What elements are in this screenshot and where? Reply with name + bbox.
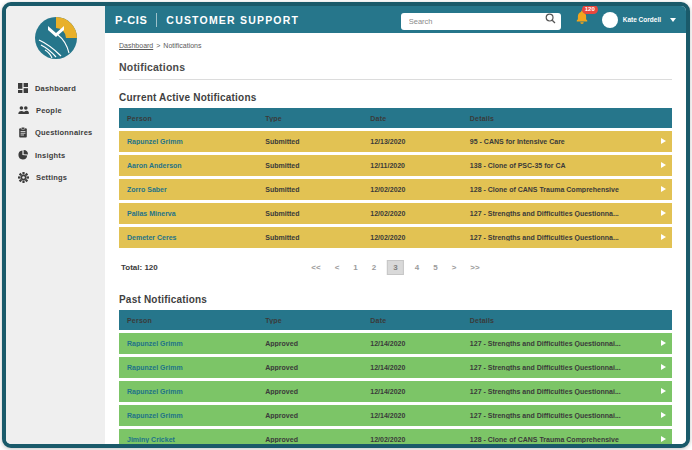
sidebar-item-label: Insights	[35, 151, 65, 160]
type-cell: Approved	[257, 364, 362, 371]
details-cell: 95 - CANS for Intensive Care	[462, 138, 672, 145]
header-divider	[156, 13, 157, 27]
table-row[interactable]: Aaron Anderson Submitted 12/11/2020 138 …	[119, 155, 672, 176]
breadcrumb: Dashboard>Notifications	[119, 42, 672, 49]
total-count: Total: 120	[119, 263, 158, 272]
row-chevron-right-icon[interactable]	[661, 138, 666, 144]
person-link[interactable]: Aaron Anderson	[127, 162, 182, 169]
table-row[interactable]: Rapunzel Grimm Approved 12/14/2020 127 -…	[119, 357, 672, 378]
table-row[interactable]: Rapunzel Grimm Approved 12/14/2020 127 -…	[119, 381, 672, 402]
main-content: Dashboard>Notifications Notifications Cu…	[105, 33, 686, 444]
date-cell: 12/14/2020	[362, 388, 462, 395]
page-number[interactable]: 1	[350, 261, 360, 274]
person-link[interactable]: Rapunzel Grimm	[127, 138, 183, 145]
table-row[interactable]: Rapunzel Grimm Approved 12/14/2020 127 -…	[119, 405, 672, 426]
date-cell: 12/11/2020	[362, 162, 462, 169]
table-row[interactable]: Zorro Saber Submitted 12/02/2020 128 - C…	[119, 179, 672, 200]
col-header-type: Type	[257, 317, 362, 324]
breadcrumb-current: Notifications	[163, 42, 201, 49]
person-link[interactable]: Zorro Saber	[127, 186, 167, 193]
user-avatar	[602, 12, 618, 28]
row-chevron-right-icon[interactable]	[661, 210, 666, 216]
app-window: Dashboard People	[0, 0, 692, 450]
person-link[interactable]: Rapunzel Grimm	[127, 388, 183, 395]
dashboard-grid-icon	[18, 83, 28, 93]
type-cell: Submitted	[257, 186, 362, 193]
current-notifications-table: Person Type Date Details Rapunzel Grimm …	[119, 108, 672, 248]
page-number[interactable]: 5	[430, 261, 440, 274]
people-icon	[18, 105, 29, 115]
date-cell: 12/14/2020	[362, 340, 462, 347]
table-row[interactable]: Demeter Ceres Submitted 12/02/2020 127 -…	[119, 227, 672, 248]
row-chevron-right-icon[interactable]	[661, 364, 666, 370]
row-chevron-right-icon[interactable]	[661, 388, 666, 394]
search-icon[interactable]	[545, 13, 556, 24]
page-last-button[interactable]: >>	[467, 261, 482, 274]
details-cell: 127 - Strengths and Difficulties Questio…	[462, 412, 672, 419]
row-chevron-right-icon[interactable]	[661, 340, 666, 346]
table-header-row: Person Type Date Details	[119, 108, 672, 128]
sidebar-nav: Dashboard People	[6, 77, 105, 189]
date-cell: 12/02/2020	[362, 210, 462, 217]
table-row[interactable]: Jiminy Cricket Approved 12/02/2020 128 -…	[119, 429, 672, 444]
sidebar-item-dashboard[interactable]: Dashboard	[6, 77, 105, 99]
current-section-title: Current Active Notifications	[119, 92, 672, 103]
person-link[interactable]: Jiminy Cricket	[127, 436, 175, 443]
row-chevron-right-icon[interactable]	[661, 234, 666, 240]
past-section-title: Past Notifications	[119, 294, 672, 305]
sidebar-item-settings[interactable]: Settings	[6, 166, 105, 189]
sidebar-item-label: People	[36, 106, 62, 115]
gear-icon	[18, 172, 29, 183]
details-cell: 127 - Strengths and Difficulties Questio…	[462, 364, 672, 371]
past-notifications-table: Person Type Date Details Rapunzel Grimm …	[119, 310, 672, 444]
person-link[interactable]: Pallas Minerva	[127, 210, 176, 217]
top-header: P-CIS CUSTOMER SUPPORT 120	[105, 6, 686, 33]
person-link[interactable]: Demeter Ceres	[127, 234, 176, 241]
table-row[interactable]: Rapunzel Grimm Submitted 12/13/2020 95 -…	[119, 131, 672, 152]
person-link[interactable]: Rapunzel Grimm	[127, 412, 183, 419]
current-table-footer: Total: 120 << < 1 2 3 4 5 > >>	[119, 254, 672, 280]
type-cell: Approved	[257, 388, 362, 395]
sidebar-item-questionnaires[interactable]: Questionnaires	[6, 121, 105, 144]
details-cell: 127 - Strengths and Difficulties Questio…	[462, 340, 672, 347]
type-cell: Approved	[257, 436, 362, 443]
col-header-details: Details	[462, 317, 672, 324]
breadcrumb-separator: >	[156, 42, 160, 49]
row-chevron-right-icon[interactable]	[661, 186, 666, 192]
page-first-button[interactable]: <<	[308, 261, 323, 274]
date-cell: 12/14/2020	[362, 364, 462, 371]
sidebar-item-label: Settings	[36, 173, 67, 182]
table-header-row: Person Type Date Details	[119, 310, 672, 330]
notification-count-badge: 120	[582, 5, 598, 14]
col-header-person: Person	[119, 317, 257, 324]
sidebar-item-label: Questionnaires	[35, 128, 92, 137]
search-box	[401, 10, 561, 30]
row-chevron-right-icon[interactable]	[661, 412, 666, 418]
page-number-active[interactable]: 3	[387, 260, 403, 275]
header-title: CUSTOMER SUPPORT	[166, 14, 299, 26]
details-cell: 127 - Strengths and Difficulties Questio…	[462, 234, 672, 241]
type-cell: Submitted	[257, 210, 362, 217]
person-link[interactable]: Rapunzel Grimm	[127, 364, 183, 371]
type-cell: Approved	[257, 412, 362, 419]
row-chevron-right-icon[interactable]	[661, 436, 666, 442]
notifications-bell[interactable]: 120	[575, 10, 589, 29]
page-number[interactable]: 2	[369, 261, 379, 274]
user-menu[interactable]: Kate Cordell	[589, 12, 676, 28]
person-link[interactable]: Rapunzel Grimm	[127, 340, 183, 347]
table-row[interactable]: Rapunzel Grimm Approved 12/14/2020 127 -…	[119, 333, 672, 354]
search-input[interactable]	[401, 13, 561, 30]
current-notifications-section: Current Active Notifications Person Type…	[119, 92, 672, 280]
sidebar-item-insights[interactable]: Insights	[6, 144, 105, 166]
table-row[interactable]: Pallas Minerva Submitted 12/02/2020 127 …	[119, 203, 672, 224]
sidebar-item-label: Dashboard	[35, 84, 76, 93]
page-prev-button[interactable]: <	[332, 261, 343, 274]
clipboard-icon	[18, 127, 28, 138]
chevron-down-icon	[670, 18, 676, 22]
page-next-button[interactable]: >	[449, 261, 460, 274]
breadcrumb-dashboard-link[interactable]: Dashboard	[119, 42, 153, 49]
date-cell: 12/02/2020	[362, 186, 462, 193]
sidebar-item-people[interactable]: People	[6, 99, 105, 121]
row-chevron-right-icon[interactable]	[661, 162, 666, 168]
page-number[interactable]: 4	[412, 261, 422, 274]
